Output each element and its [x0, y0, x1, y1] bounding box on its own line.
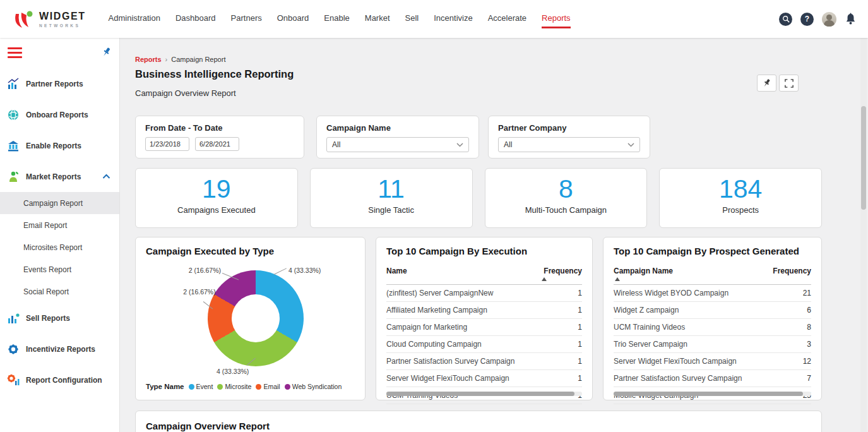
breadcrumb-reports[interactable]: Reports [135, 56, 162, 63]
nav-item-market[interactable]: Market [365, 9, 390, 28]
stat-label: Campaigns Executed [136, 205, 297, 215]
donut-callout: 2 (16.67%) [182, 288, 217, 296]
hamburger-menu-icon[interactable] [8, 47, 22, 58]
table-body: (zinfitest) Server CampaignNew1Affiliate… [386, 285, 582, 404]
frequency-cell: 21 [767, 289, 811, 297]
from-date-input[interactable] [145, 137, 189, 151]
config-gear-icon [6, 373, 20, 387]
column-header-frequency[interactable]: Frequency [538, 267, 582, 275]
breadcrumb: Reports › Campaign Report [135, 56, 225, 63]
vertical-scrollbar-thumb[interactable] [861, 106, 866, 210]
campaign-select-value: All [332, 140, 340, 149]
nav-item-administration[interactable]: Administration [109, 9, 160, 28]
sort-ascending-icon[interactable] [542, 277, 547, 281]
sidebar-item-incentivize-reports[interactable]: Incentivize Reports [0, 333, 119, 364]
frequency-cell: 7 [767, 374, 811, 383]
horizontal-scrollbar-thumb[interactable] [386, 392, 574, 396]
horizontal-scrollbar [386, 392, 582, 396]
campaign-name-cell: Campaign for Marketing [386, 323, 538, 332]
sidebar-pin-icon[interactable] [101, 47, 112, 60]
campaign-name-cell: Trio Server Campaign [614, 340, 767, 349]
table-title: Top 10 Campaign By Prospect Generated [614, 246, 811, 256]
stat-single-tactic: 11 Single Tactic [310, 168, 473, 228]
date-filter-label: From Date - To Date [145, 123, 294, 133]
sort-ascending-icon[interactable] [615, 277, 620, 281]
sidebar-item-label: Market Reports [26, 172, 81, 181]
nav-item-incentivize[interactable]: Incentivize [434, 9, 472, 28]
column-header-frequency[interactable]: Frequency [767, 267, 811, 275]
main-nav: AdministrationDashboardPartnersOnboardEn… [101, 9, 578, 28]
chart-legend: Type Name EventMicrositeEmailWeb Syndica… [146, 383, 342, 390]
column-header-campaign-name[interactable]: Campaign Name [614, 267, 767, 275]
chevron-up-icon[interactable] [102, 174, 110, 179]
chevron-down-icon [627, 143, 634, 147]
nav-item-partners[interactable]: Partners [231, 9, 262, 28]
table-row: Trio Server Campaign3 [614, 336, 811, 353]
frequency-cell: 1 [538, 340, 582, 349]
sidebar-item-report-configuration[interactable]: Report Configuration [0, 364, 119, 395]
column-header-name[interactable]: Name [386, 267, 538, 275]
sidebar-subitem-email-report[interactable]: Email Report [0, 214, 119, 236]
fullscreen-button[interactable] [779, 75, 799, 92]
campaign-name-cell: Cloud Computing Campaign [386, 340, 538, 349]
report-actions [757, 75, 799, 92]
breadcrumb-current: Campaign Report [171, 56, 225, 63]
sidebar-item-enable-reports[interactable]: Enable Reports [0, 130, 119, 161]
breadcrumb-separator-icon: › [165, 56, 168, 63]
nav-item-onboard[interactable]: Onboard [277, 9, 309, 28]
callout-line [274, 268, 287, 275]
search-icon[interactable] [779, 13, 792, 26]
sidebar-item-label: Sell Reports [26, 314, 70, 323]
logo[interactable]: WIDGET NETWORKS [11, 8, 86, 30]
globe-icon [6, 108, 20, 122]
user-avatar[interactable] [822, 12, 836, 27]
help-icon[interactable]: ? [800, 13, 814, 26]
sidebar-subitem-events-report[interactable]: Events Report [0, 258, 119, 280]
legend-dot-icon [256, 384, 261, 390]
nav-item-reports[interactable]: Reports [542, 9, 571, 28]
to-date-input[interactable] [195, 137, 239, 151]
legend-label: Microsite [225, 383, 251, 390]
frequency-cell: 1 [538, 357, 582, 366]
avatar-head [826, 15, 832, 20]
frequency-cell: 1 [538, 374, 582, 383]
nav-item-dashboard[interactable]: Dashboard [175, 9, 216, 28]
sell-chart-icon [6, 311, 20, 325]
app-root: WIDGET NETWORKS AdministrationDashboardP… [0, 0, 868, 432]
building-icon [6, 139, 20, 153]
frequency-cell: 12 [767, 357, 811, 366]
pin-report-button[interactable] [757, 75, 776, 92]
partner-company-select[interactable]: All [498, 137, 640, 152]
sidebar-item-sell-reports[interactable]: Sell Reports [0, 303, 119, 333]
stat-value: 11 [311, 175, 472, 203]
stat-label: Single Tactic [311, 205, 472, 215]
sidebar-item-partner-reports[interactable]: Partner Reports [0, 68, 119, 99]
notifications-icon[interactable] [845, 13, 857, 25]
nav-item-enable[interactable]: Enable [324, 9, 349, 28]
legend-dot-icon [189, 384, 194, 390]
sidebar-subitem-social-report[interactable]: Social Report [0, 280, 119, 303]
chevron-down-icon [456, 143, 463, 147]
sidebar-item-market-reports[interactable]: Market Reports [0, 161, 119, 192]
donut-chart[interactable] [208, 270, 304, 366]
frequency-cell: 3 [767, 340, 811, 349]
sidebar-subitem-microsites-report[interactable]: Microsites Report [0, 236, 119, 258]
sidebar-item-label: Report Configuration [26, 376, 102, 385]
campaign-name-select[interactable]: All [326, 137, 469, 152]
nav-item-accelerate[interactable]: Accelerate [488, 9, 526, 28]
top-bar: WIDGET NETWORKS AdministrationDashboardP… [0, 0, 868, 38]
legend-dot-icon [217, 384, 223, 390]
legend-title: Type Name [146, 383, 184, 390]
table-row: Affiliated Marketing Campaign1 [386, 302, 582, 319]
nav-item-sell[interactable]: Sell [405, 9, 419, 28]
chart-title: Campaign Executed by Type [146, 246, 355, 256]
horizontal-scrollbar-thumb[interactable] [614, 392, 803, 396]
sidebar-item-onboard-reports[interactable]: Onboard Reports [0, 99, 119, 130]
table-row: Partner Satisfaction Survey Campaign7 [614, 370, 811, 387]
campaign-name-cell: Server Widget FlexiTouch Campaign [386, 374, 538, 383]
sidebar-subitem-campaign-report[interactable]: Campaign Report [0, 192, 119, 214]
pin-icon [762, 78, 771, 88]
sidebar-item-label: Incentivize Reports [26, 345, 95, 354]
top-campaign-by-execution-card: Top 10 Campaign By Execution Name Freque… [376, 237, 593, 400]
page-subtitle: Campaign Overview Report [135, 88, 236, 98]
